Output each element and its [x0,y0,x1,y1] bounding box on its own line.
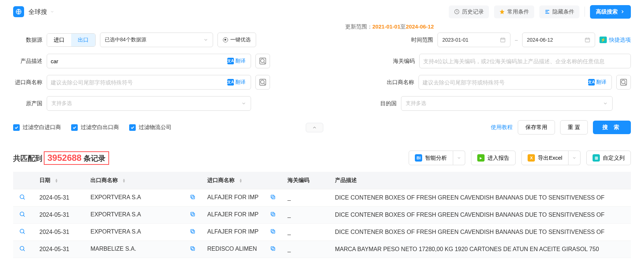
copy-icon[interactable] [190,246,196,253]
date-from-input[interactable]: 2023-01-01 [437,33,510,47]
enter-report-button[interactable]: ▸ 进入报告 [471,151,516,165]
chevron-down-icon [457,156,461,160]
importer-lookup-button[interactable] [255,75,270,90]
svg-point-11 [621,80,625,84]
filter-empty-importer-checkbox[interactable]: 过滤空白进口商 [13,124,61,131]
cell-hs: _ [282,189,329,207]
destination-select[interactable]: 支持多选 [401,96,613,111]
collapse-form-button[interactable] [306,123,323,132]
copy-icon[interactable] [270,246,276,253]
target-icon [223,37,228,42]
copy-icon[interactable] [270,228,276,236]
exporter-label: 出口商名称 [385,79,414,86]
table-row: 2024-05-31EXPORTVERA S.AALFAJER FOR IMP_… [13,189,631,207]
scan-icon [259,57,266,65]
col-date[interactable]: 日期 ▲▼ [34,172,85,189]
cell-exporter: EXPORTVERA S.A [85,189,201,207]
sort-icon: ▲▼ [239,178,242,183]
export-excel-button[interactable]: X 导出Excel [521,151,568,165]
product-desc-input[interactable] [51,58,226,64]
filter-empty-exporter-checkbox[interactable]: 过滤空白出口商 [71,124,119,131]
exporter-input[interactable] [423,79,587,86]
chevron-down-icon [572,156,576,160]
quick-options-link[interactable]: ⚡ 快捷选项 [599,37,631,43]
search-scope-dropdown[interactable]: 全球搜 [28,8,54,16]
svg-rect-2 [545,10,549,11]
svg-point-18 [20,212,24,216]
hs-code-label: 海关编码 [386,58,415,65]
copy-icon[interactable] [270,211,276,219]
cell-importer: REDISCO ALIMEN [201,241,282,258]
custom-columns-button[interactable]: ⊞ 自定义列 [586,151,631,165]
importer-field: 文A 翻译 [47,75,251,90]
calendar-icon [500,37,506,43]
tutorial-link[interactable]: 使用教程 [491,124,513,131]
cell-desc: DICE CONTENER BOXES OF FRESH GREEN CAVEN… [329,189,631,207]
date-to-input[interactable]: 2024-06-12 [522,33,595,47]
col-exporter[interactable]: 出口商名称 ▲▼ [85,172,201,189]
row-detail-button[interactable] [19,247,26,253]
svg-rect-32 [271,247,274,250]
search-scope-label: 全球搜 [28,8,47,16]
cell-desc: DICE CONTENER BOXES OF FRESH GREEN CAVEN… [329,224,631,241]
export-tab[interactable]: 出口 [71,34,95,46]
smart-analysis-button[interactable]: BI 智能分析 [409,151,453,165]
collapse-icon [544,9,550,15]
svg-rect-3 [545,11,548,12]
data-source-select[interactable]: 已选中84个数据源 [100,33,213,47]
table-row: 2024-05-31EXPORTVERA S.AALFAJER FOR IMP_… [13,207,631,224]
filter-logistics-checkbox[interactable]: 过滤物流公司 [129,124,171,131]
hs-code-field [419,54,631,68]
copy-icon[interactable] [190,194,196,201]
divider [585,7,585,17]
row-detail-button[interactable] [19,230,26,236]
search-button[interactable]: 搜 索 [593,121,631,134]
col-hs: 海关编码 [282,172,329,189]
translate-button[interactable]: 文A 翻译 [226,57,247,65]
copy-icon[interactable] [190,211,196,219]
cell-exporter: MARBELIZE S.A. [85,241,201,258]
copy-icon[interactable] [270,194,276,201]
svg-rect-25 [191,230,194,232]
hide-conditions-button[interactable]: 隐藏条件 [539,5,579,18]
hs-code-input[interactable] [423,58,627,64]
svg-rect-24 [192,230,194,233]
cell-date: 2024-05-31 [34,224,85,241]
origin-select[interactable]: 支持多选 [47,96,251,111]
importer-input[interactable] [51,79,226,86]
row-detail-button[interactable] [19,212,26,219]
import-export-segment: 进口 出口 [47,33,96,47]
importer-label: 进口商名称 [13,79,42,86]
one-click-optimize-button[interactable]: 一键优选 [217,33,256,47]
export-excel-dropdown[interactable] [568,151,581,165]
advanced-search-button[interactable]: 高级搜索 [590,5,631,19]
exporter-lookup-button[interactable] [616,75,631,90]
export-excel-split: X 导出Excel [521,151,581,165]
import-tab[interactable]: 进口 [47,34,71,46]
svg-rect-29 [192,247,194,250]
svg-rect-20 [191,212,194,215]
translate-button[interactable]: 文A 翻译 [226,78,247,86]
columns-icon: ⊞ [593,154,600,162]
svg-rect-31 [272,247,275,250]
chevron-right-icon [620,9,625,14]
row-detail-button[interactable] [19,195,26,201]
cell-hs: _ [282,224,329,241]
checkbox-checked-icon [129,124,136,131]
copy-icon[interactable] [190,228,196,236]
reset-button[interactable]: 重 置 [560,120,588,134]
product-lookup-button[interactable] [255,54,270,68]
svg-rect-30 [191,247,194,250]
svg-rect-5 [501,38,505,42]
smart-analysis-dropdown[interactable] [453,151,465,165]
product-desc-label: 产品描述 [13,58,42,65]
destination-label: 目的国 [367,100,397,107]
history-button[interactable]: 历史记录 [449,5,489,18]
table-row: 2024-05-31MARBELIZE S.A.REDISCO ALIMEN_M… [13,241,631,258]
cell-date: 2024-05-31 [34,241,85,258]
save-common-button[interactable]: 保存常用 [518,120,555,134]
svg-rect-6 [585,38,590,42]
translate-button[interactable]: 文A 翻译 [587,78,608,86]
col-importer[interactable]: 进口商名称 ▲▼ [201,172,282,189]
favorites-button[interactable]: 常用条件 [494,5,534,18]
